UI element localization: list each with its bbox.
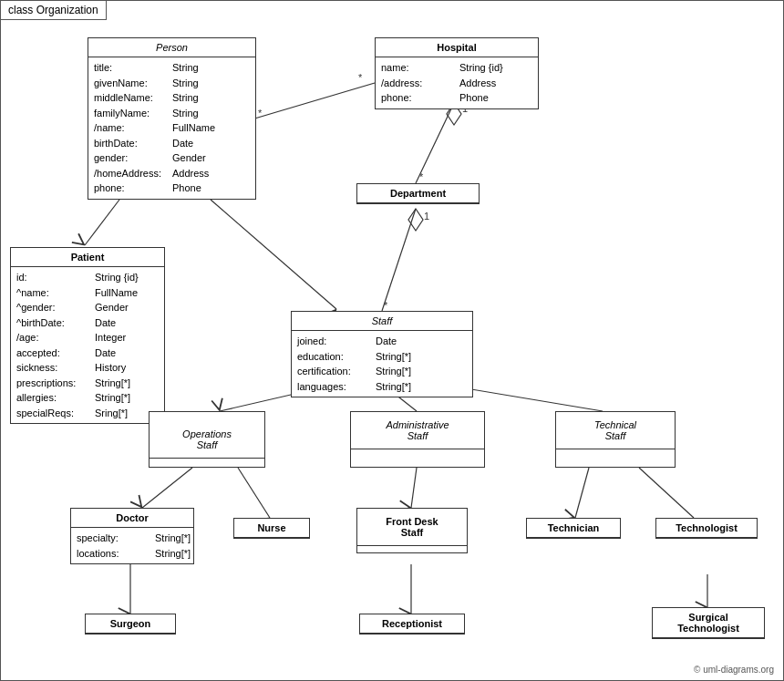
diagram-container: class Organization: [0, 0, 784, 681]
class-technologist: Technologist: [655, 518, 758, 539]
class-person-body: title:String givenName:String middleName…: [88, 57, 255, 199]
class-department-title: Department: [357, 184, 479, 203]
class-operations-staff-title: OperationsStaff: [150, 421, 264, 459]
class-patient-body: id:String {id} ^name:FullName ^gender:Ge…: [11, 267, 164, 423]
svg-line-9: [211, 200, 336, 309]
class-hospital-body: name:String {id} /address:Address phone:…: [376, 57, 538, 108]
class-staff-title: Staff: [292, 312, 472, 331]
copyright-text: © uml-diagrams.org: [694, 665, 774, 675]
svg-text:*: *: [358, 72, 363, 83]
class-receptionist: Receptionist: [359, 614, 465, 635]
class-front-desk-staff: Front DeskStaff: [356, 508, 468, 553]
class-surgeon-title: Surgeon: [86, 614, 175, 634]
class-receptionist-title: Receptionist: [360, 614, 464, 634]
class-patient: Patient id:String {id} ^name:FullName ^g…: [10, 247, 165, 424]
class-surgeon: Surgeon: [85, 614, 176, 635]
class-nurse: Nurse: [233, 518, 310, 539]
svg-line-0: [416, 103, 454, 183]
svg-line-8: [85, 200, 119, 245]
class-surgical-technologist: SurgicalTechnologist: [652, 607, 765, 639]
class-operations-staff: OperationsStaff: [149, 411, 265, 468]
diagram-title: class Organization: [1, 1, 107, 20]
svg-text:*: *: [258, 108, 263, 119]
class-technologist-title: Technologist: [656, 519, 757, 538]
svg-line-20: [639, 468, 694, 518]
svg-line-16: [142, 468, 192, 508]
class-staff-body: joined:Date education:String[*] certific…: [292, 331, 472, 397]
class-surgical-technologist-title: SurgicalTechnologist: [653, 608, 764, 638]
svg-text:*: *: [419, 171, 424, 182]
svg-line-17: [238, 468, 270, 518]
class-staff: Staff joined:Date education:String[*] ce…: [291, 311, 473, 397]
class-front-desk-staff-title: Front DeskStaff: [357, 509, 467, 546]
class-hospital-title: Hospital: [376, 38, 538, 57]
class-nurse-title: Nurse: [234, 519, 309, 538]
class-doctor-title: Doctor: [71, 509, 193, 528]
svg-text:*: *: [384, 300, 388, 311]
class-technical-staff-title: TechnicalStaff: [556, 412, 675, 449]
svg-line-10: [252, 83, 375, 119]
class-technician: Technician: [526, 518, 621, 539]
svg-line-18: [411, 468, 417, 508]
class-doctor-body: specialty:String[*] locations:String[*]: [71, 528, 193, 563]
class-technician-title: Technician: [527, 519, 620, 538]
svg-marker-5: [408, 209, 423, 231]
class-department: Department: [356, 183, 480, 204]
svg-line-4: [382, 209, 416, 311]
class-hospital: Hospital name:String {id} /address:Addre…: [375, 37, 539, 109]
svg-text:1: 1: [424, 211, 429, 222]
class-person: Person title:String givenName:String mid…: [88, 37, 256, 200]
class-patient-title: Patient: [11, 248, 164, 267]
class-doctor: Doctor specialty:String[*] locations:Str…: [70, 508, 194, 564]
svg-line-19: [575, 468, 589, 518]
class-technical-staff: TechnicalStaff: [555, 411, 676, 468]
class-administrative-staff: AdministrativeStaff: [350, 411, 485, 468]
class-person-title: Person: [88, 38, 255, 57]
class-administrative-staff-title: AdministrativeStaff: [351, 412, 484, 449]
